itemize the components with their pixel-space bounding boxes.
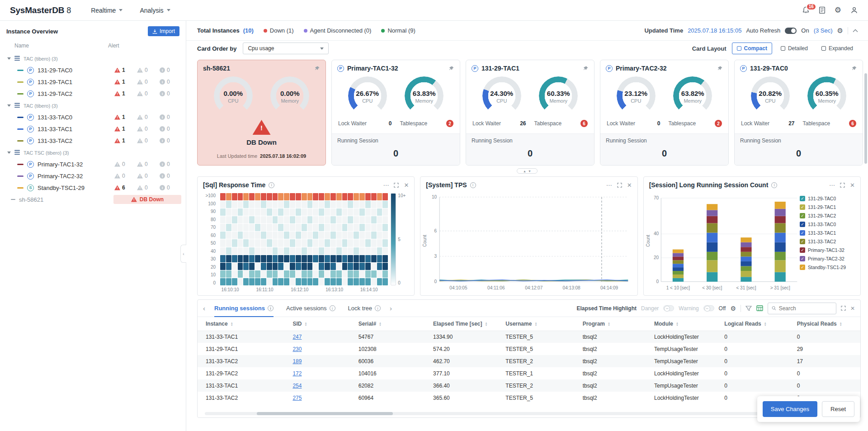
close-icon[interactable]: ✕ (850, 182, 855, 188)
legend-item[interactable]: ✓131-29-TAC2 (800, 211, 855, 220)
status-down[interactable]: Down (1) (264, 27, 294, 34)
column-header[interactable]: Logical Reads▲▼ (720, 317, 792, 331)
layout-expanded-button[interactable]: Expanded (816, 43, 858, 54)
sidebar-collapse-handle[interactable]: ‹ (180, 245, 186, 263)
info-icon[interactable]: i (771, 182, 777, 188)
nav-realtime[interactable]: Realtime (91, 7, 123, 14)
legend-checkbox[interactable]: ✓ (800, 256, 805, 261)
tree-instance[interactable]: P 131-29-TAC1 !1 !0 i0 (0, 76, 186, 88)
column-header[interactable]: Username▲▼ (501, 317, 578, 331)
close-icon[interactable]: ✕ (850, 305, 855, 312)
legend-checkbox[interactable]: ✓ (800, 196, 805, 201)
scrollbar-thumb[interactable] (257, 412, 393, 415)
scrollbar-thumb[interactable] (864, 73, 867, 164)
pin-icon[interactable] (314, 66, 320, 71)
info-icon[interactable]: i (375, 305, 381, 311)
save-changes-button[interactable]: Save Changes (763, 401, 817, 417)
pin-icon[interactable] (583, 66, 589, 71)
session-row[interactable]: 131-29-TAC1230102308574.20TESTER_5tbsql2… (198, 343, 860, 355)
sid-link[interactable]: 230 (292, 346, 302, 352)
sid-link[interactable]: 172 (292, 370, 302, 377)
sort-icon[interactable]: ▲▼ (304, 322, 307, 327)
pin-icon[interactable] (448, 66, 454, 71)
report-button[interactable] (819, 6, 826, 14)
tree-instance[interactable]: P 131-29-TAC2 !1 !0 i0 (0, 88, 186, 99)
card-order-select[interactable]: Cpu usage (243, 43, 329, 54)
horizontal-scrollbar[interactable] (205, 412, 853, 415)
instance-card-down[interactable]: sh-58621 0.00%CPU 0.00%Memory !DB Down L… (197, 60, 326, 166)
more-options-icon[interactable]: ⋯ (829, 182, 835, 188)
sort-icon[interactable]: ▲▼ (379, 322, 382, 327)
legend-item[interactable]: ✓Primary-TAC1-32 (800, 246, 855, 254)
column-header[interactable]: Module▲▼ (650, 317, 720, 331)
expand-icon[interactable] (840, 183, 845, 188)
tree-instance[interactable]: S Standby-TSC1-29 !6 !0 i0 (0, 182, 186, 194)
legend-checkbox[interactable]: ✓ (800, 222, 805, 227)
reset-button[interactable]: Reset (822, 401, 854, 417)
sid-link[interactable]: 247 (292, 334, 302, 340)
tree-instance[interactable]: P 131-29-TAC0 !1 !0 i0 (0, 64, 186, 76)
sort-icon[interactable]: ▲▼ (534, 322, 537, 327)
filter-icon[interactable] (745, 306, 752, 311)
column-header[interactable]: SID▲▼ (288, 317, 354, 331)
cards-collapse-handle[interactable]: ▲▼ (517, 168, 538, 174)
tree-instance[interactable]: P 131-33-TAC0 !1 !0 i0 (0, 111, 186, 123)
caret-down-icon[interactable] (7, 104, 11, 107)
session-bar-chart[interactable]: 02040701 < 10 [sec]< 30 [sec]< 31 [sec]>… (649, 193, 800, 293)
status-normal[interactable]: Normal (9) (381, 27, 415, 34)
legend-checkbox[interactable]: ✓ (800, 239, 805, 244)
legend-item[interactable]: ✓131-29-TAC0 (800, 194, 855, 203)
caret-down-icon[interactable] (7, 152, 11, 154)
tab-running-sessions[interactable]: Running sessionsi (214, 300, 274, 317)
danger-toggle[interactable] (663, 305, 674, 311)
tree-instance[interactable]: P 131-33-TAC2 !1 !0 i0 (0, 135, 186, 147)
legend-checkbox[interactable]: ✓ (800, 247, 805, 253)
response-time-heatmap[interactable] (220, 193, 388, 285)
column-header[interactable]: Instance▲▼ (198, 317, 288, 331)
legend-item[interactable]: ✓Standby-TSC1-29 (800, 263, 855, 271)
instance-card[interactable]: P131-29-TAC0 20.82%CPU 60.35%Memory Lock… (734, 60, 863, 166)
status-agent-disconnected[interactable]: Agent Disconnected (0) (304, 27, 372, 34)
refresh-settings-gear-icon[interactable]: ⚙ (837, 27, 843, 35)
tree-group[interactable]: TAC TSC (tibero) (3) (0, 147, 186, 158)
column-header[interactable]: Program▲▼ (578, 317, 650, 331)
export-grid-icon[interactable] (756, 305, 763, 311)
expand-icon[interactable] (617, 183, 622, 188)
pin-icon[interactable] (851, 66, 857, 71)
tabs-scroll-left-icon[interactable]: ‹ (203, 304, 205, 312)
more-options-icon[interactable]: ⋯ (383, 182, 389, 188)
import-button[interactable]: Import (148, 26, 179, 36)
tab-lock-tree[interactable]: Lock treei (348, 300, 381, 317)
expand-icon[interactable] (394, 183, 399, 188)
instance-card[interactable]: P131-29-TAC1 24.30%CPU 60.33%Memory Lock… (466, 60, 594, 166)
sort-icon[interactable]: ▲▼ (764, 322, 767, 327)
tree-instance[interactable]: P Primary-TAC1-32 !0 !0 i0 (0, 158, 186, 170)
tree-instance-down[interactable]: sh-58621 !DB Down (0, 194, 186, 205)
session-row[interactable]: 131-33-TAC125462082366.40TESTER_2tbsql2T… (198, 379, 860, 392)
legend-checkbox[interactable]: ✓ (800, 265, 805, 270)
tab-active-sessions[interactable]: Active sessionsi (286, 300, 335, 317)
legend-checkbox[interactable]: ✓ (800, 213, 805, 218)
sort-icon[interactable]: ▲▼ (231, 322, 233, 327)
sid-link[interactable]: 275 (292, 395, 302, 401)
warning-toggle[interactable] (703, 305, 714, 311)
info-icon[interactable]: i (269, 182, 274, 188)
instance-card[interactable]: PPrimary-TAC1-32 26.67%CPU 63.83%Memory … (331, 60, 460, 166)
sort-icon[interactable]: ▲▼ (840, 322, 842, 327)
legend-checkbox[interactable]: ✓ (800, 230, 805, 236)
legend-item[interactable]: ✓131-33-TAC1 (800, 228, 855, 237)
session-row[interactable]: 131-33-TAC218960036462.70TESTER_2tbsql2T… (198, 355, 860, 367)
collapse-chevron-up-icon[interactable] (853, 29, 858, 33)
sort-icon[interactable]: ▲▼ (608, 322, 610, 327)
auto-refresh-toggle[interactable] (785, 28, 797, 34)
caret-down-icon[interactable] (7, 57, 11, 60)
pin-icon[interactable] (717, 66, 723, 71)
highlight-settings-gear-icon[interactable]: ⚙ (730, 305, 736, 312)
tree-instance[interactable]: P 131-33-TAC1 !1 !0 i0 (0, 123, 186, 135)
tree-instance[interactable]: P Primary-TAC2-32 !0 !0 i0 (0, 170, 186, 182)
instance-card[interactable]: PPrimary-TAC2-32 23.12%CPU 63.82%Memory … (600, 60, 729, 166)
legend-item[interactable]: ✓131-33-TAC0 (800, 220, 855, 228)
column-header[interactable]: Serial#▲▼ (354, 317, 429, 331)
notifications-button[interactable]: 16 (802, 6, 810, 14)
vertical-scrollbar[interactable] (864, 48, 867, 426)
